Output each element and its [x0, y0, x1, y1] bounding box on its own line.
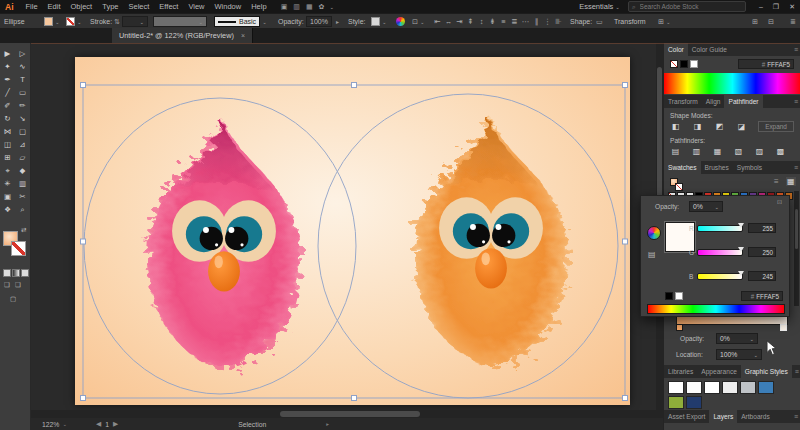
- collapse-panel-icon[interactable]: ⊡: [777, 198, 782, 205]
- panel-menu-icon[interactable]: ≡: [791, 161, 800, 174]
- panel-menu-icon[interactable]: ≡: [791, 43, 800, 56]
- stroke-color-swatch[interactable]: ⌄: [66, 16, 82, 27]
- popup-hex-field[interactable]: # FFFAF5: [741, 291, 783, 301]
- bridge-icon[interactable]: ▣: [278, 3, 291, 11]
- tool-width[interactable]: ⋈: [0, 125, 15, 138]
- tool-eyedropper[interactable]: ⌖: [0, 164, 15, 177]
- stroke-color-indicator[interactable]: [11, 241, 26, 256]
- gradient-mode-button[interactable]: [12, 269, 20, 277]
- slider-g-track[interactable]: [697, 249, 743, 256]
- menu-file[interactable]: File: [21, 2, 43, 11]
- slider-thumb[interactable]: [738, 271, 744, 276]
- chevron-down-icon[interactable]: ⌄: [62, 421, 67, 427]
- tool-slice[interactable]: ✂: [15, 190, 30, 203]
- shape-widget-icon[interactable]: ▭: [596, 16, 603, 27]
- tool-free-transform[interactable]: ▢: [15, 125, 30, 138]
- expand-button[interactable]: Expand: [758, 121, 794, 132]
- tool-perspective-grid[interactable]: ⊿: [15, 138, 30, 151]
- opacity-value-field[interactable]: 100%: [306, 16, 332, 27]
- slider-b-track[interactable]: [697, 273, 743, 280]
- slider-thumb[interactable]: [738, 247, 744, 252]
- arrange-documents-icon[interactable]: ▦: [303, 3, 316, 11]
- align-left-icon[interactable]: ⇤: [432, 17, 443, 26]
- screen-mode-icon[interactable]: ▢: [10, 295, 16, 303]
- pink-bird[interactable]: [118, 98, 330, 398]
- draw-behind-icon[interactable]: ❏: [15, 281, 21, 289]
- graphic-style-1[interactable]: [668, 381, 684, 394]
- tool-line-segment[interactable]: ╱: [0, 86, 15, 99]
- swatches-stroke-indicator[interactable]: [675, 183, 683, 191]
- gradient-opacity-dropdown[interactable]: 0% ⌄: [716, 333, 758, 344]
- tab-asset-export[interactable]: Asset Export: [664, 410, 709, 423]
- menu-object[interactable]: Object: [66, 2, 98, 11]
- merge-icon[interactable]: ▦: [710, 146, 725, 157]
- align-center-icon[interactable]: ↔: [443, 17, 454, 26]
- document-layout-button[interactable]: ⊟: [768, 16, 774, 27]
- outline-icon[interactable]: ▨: [752, 146, 767, 157]
- artboard-nav-next-icon[interactable]: ▶: [113, 420, 118, 428]
- crop-icon[interactable]: ▧: [731, 146, 746, 157]
- distribute-top-icon[interactable]: ≡: [498, 17, 509, 26]
- exclude-icon[interactable]: ◪: [734, 121, 749, 132]
- stroke-weight-dropdown[interactable]: ⌄: [122, 16, 148, 27]
- minimize-button[interactable]: –: [754, 3, 768, 11]
- panel-menu-icon[interactable]: ≡: [792, 365, 800, 378]
- distribute-bottom-icon[interactable]: ⋯: [520, 17, 531, 26]
- control-panel-menu-icon[interactable]: ≣: [790, 16, 796, 27]
- align-bottom-icon[interactable]: ⇟: [487, 17, 498, 26]
- workspace-switcher[interactable]: Essentials ⌄: [579, 2, 620, 11]
- fill-color-swatch[interactable]: ⌄: [44, 16, 60, 27]
- tool-artboard[interactable]: ▣: [0, 190, 15, 203]
- menu-edit[interactable]: Edit: [43, 2, 66, 11]
- color-hex-field[interactable]: # FFFAF5: [738, 59, 794, 69]
- popup-opacity-dropdown[interactable]: 0% ⌄: [689, 201, 723, 212]
- tool-zoom[interactable]: ⌕: [15, 203, 30, 216]
- swatches-scrollbar[interactable]: [794, 191, 799, 306]
- opacity-stepper-icon[interactable]: ▸: [336, 16, 339, 27]
- menu-help[interactable]: Help: [246, 2, 271, 11]
- tool-scale[interactable]: ↘: [15, 112, 30, 125]
- popup-white-swatch[interactable]: [675, 292, 683, 300]
- tab-transform[interactable]: Transform: [664, 95, 702, 108]
- graphic-style-5[interactable]: [740, 381, 756, 394]
- align-top-icon[interactable]: ⇞: [465, 17, 476, 26]
- distribute-center-icon[interactable]: ≣: [509, 17, 520, 26]
- gradient-stop-start[interactable]: [676, 324, 683, 331]
- align-middle-icon[interactable]: ↕: [476, 17, 487, 26]
- tool-hand[interactable]: ❖: [0, 203, 15, 216]
- transform-label[interactable]: Transform: [614, 16, 646, 27]
- minus-front-icon[interactable]: ◨: [690, 121, 705, 132]
- tab-align[interactable]: Align: [702, 95, 725, 108]
- graphic-style-4[interactable]: [722, 381, 738, 394]
- tool-pen[interactable]: ✒: [0, 73, 15, 86]
- graphic-style-2[interactable]: [686, 381, 702, 394]
- restore-button[interactable]: ❐: [768, 3, 784, 11]
- stock-icon[interactable]: ▥: [290, 3, 303, 11]
- tab-libraries[interactable]: Libraries: [664, 365, 697, 378]
- graphic-style-6[interactable]: [758, 381, 774, 394]
- arrange-documents-button[interactable]: ⊞: [752, 16, 758, 27]
- color-white-swatch[interactable]: [690, 60, 698, 68]
- swap-fill-stroke-icon[interactable]: ⇄: [21, 226, 26, 234]
- tab-appearance[interactable]: Appearance: [697, 365, 741, 378]
- close-button[interactable]: ✕: [784, 3, 800, 11]
- align-right-icon[interactable]: ⇥: [454, 17, 465, 26]
- search-input[interactable]: [638, 2, 742, 11]
- tab-color[interactable]: Color: [664, 43, 688, 56]
- tab-brushes[interactable]: Brushes: [701, 161, 733, 174]
- color-wheel-icon[interactable]: [647, 226, 661, 240]
- artboard-nav-value[interactable]: 1: [105, 421, 109, 428]
- menu-view[interactable]: View: [183, 2, 209, 11]
- tab-pathfinder[interactable]: Pathfinder: [724, 95, 762, 108]
- none-mode-button[interactable]: [21, 269, 29, 277]
- divide-icon[interactable]: ▤: [668, 146, 683, 157]
- tool-mesh[interactable]: ⊞: [0, 151, 15, 164]
- tool-gradient[interactable]: ▱: [15, 151, 30, 164]
- distribute-left-icon[interactable]: ∥: [531, 17, 542, 26]
- intersect-icon[interactable]: ◩: [712, 121, 727, 132]
- graphic-style-7[interactable]: [668, 396, 684, 409]
- tab-swatches[interactable]: Swatches: [664, 161, 701, 174]
- slider-thumb[interactable]: [738, 223, 744, 228]
- tool-rotate[interactable]: ↻: [0, 112, 15, 125]
- menu-window[interactable]: Window: [210, 2, 247, 11]
